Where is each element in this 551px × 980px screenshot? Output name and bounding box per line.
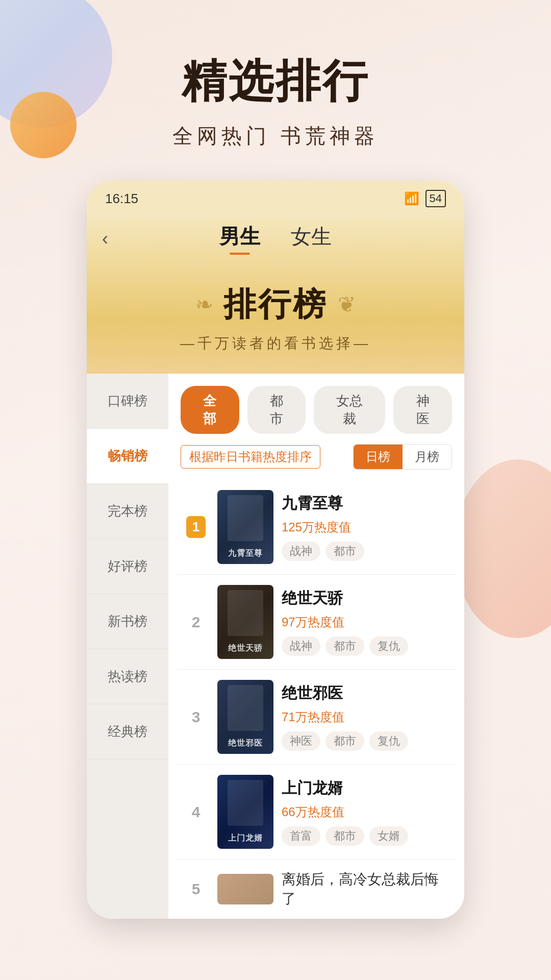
book-title-3: 绝世邪医 — [282, 683, 450, 704]
top-nav: ‹ 男生 女生 — [87, 212, 464, 267]
book-tag: 都市 — [325, 826, 364, 846]
content-area: 全部 都市 女总裁 神医 根据昨日书籍热度排序 日榜 月榜 1 — [168, 374, 464, 919]
table-row[interactable]: 5 离婚后，高冷女总裁后悔了 — [177, 860, 456, 919]
sidebar-item-changsiaobang[interactable]: 畅销榜 — [87, 429, 168, 484]
sidebar-item-koubeibang[interactable]: 口碑榜 — [87, 374, 168, 429]
rank-badge-2: 2 — [183, 614, 209, 631]
book-tag: 神医 — [282, 731, 320, 751]
hero-section: 精选排行 全网热门 书荒神器 — [0, 0, 551, 181]
book-heat-1: 125万热度值 — [282, 519, 450, 535]
filter-dushi[interactable]: 都市 — [247, 386, 306, 434]
sort-text: 根据昨日书籍热度排序 — [181, 445, 320, 469]
ranking-title-row: ❧ 排行榜 ❦ — [97, 282, 454, 327]
book-title-5: 离婚后，高冷女总裁后悔了 — [282, 870, 450, 909]
book-info-3: 绝世邪医 71万热度值 神医 都市 复仇 — [282, 683, 450, 751]
book-info-4: 上门龙婿 66万热度值 首富 都市 女婿 — [282, 778, 450, 846]
battery-indicator: 54 — [425, 190, 446, 207]
back-button[interactable]: ‹ — [102, 228, 108, 250]
book-tag: 战神 — [282, 636, 320, 656]
book-cover-1: 九霄至尊 — [217, 490, 273, 564]
book-tags-1: 战神 都市 — [282, 542, 450, 561]
tab-female[interactable]: 女生 — [291, 223, 332, 255]
filter-shenyi[interactable]: 神医 — [393, 386, 452, 434]
book-cover-5 — [217, 874, 273, 904]
rank-number-1: 1 — [186, 516, 206, 538]
book-tag: 复仇 — [369, 731, 408, 751]
phone-mockup: 16:15 📶 54 ‹ 男生 女生 ❧ 排行榜 ❦ —千万读者的看书选择— 口… — [87, 181, 464, 919]
rank-number-4: 4 — [192, 803, 201, 820]
time-display: 16:15 — [105, 191, 138, 207]
rank-badge-3: 3 — [183, 708, 209, 726]
book-cover-2: 绝世天骄 — [217, 585, 273, 659]
book-tags-3: 神医 都市 复仇 — [282, 731, 450, 751]
book-title-1: 九霄至尊 — [282, 493, 450, 514]
book-info-2: 绝世天骄 97万热度值 战神 都市 复仇 — [282, 588, 450, 656]
sidebar-item-jingdianbang[interactable]: 经典榜 — [87, 704, 168, 760]
book-heat-2: 97万热度值 — [282, 614, 450, 630]
book-heat-4: 66万热度值 — [282, 804, 450, 820]
filter-all[interactable]: 全部 — [181, 386, 239, 434]
hero-title: 精选排行 — [0, 51, 551, 112]
tab-male[interactable]: 男生 — [219, 223, 260, 255]
book-tag: 女婿 — [369, 826, 408, 846]
rank-badge-4: 4 — [183, 803, 209, 821]
filter-nvzongcai[interactable]: 女总裁 — [314, 386, 385, 434]
ranking-title: 排行榜 — [223, 282, 328, 327]
rank-number-2: 2 — [192, 614, 201, 630]
book-cover-3: 绝世邪医 — [217, 680, 273, 754]
status-bar: 16:15 📶 54 — [87, 181, 464, 212]
period-tabs: 日榜 月榜 — [353, 444, 452, 470]
nav-tabs: 男生 女生 — [219, 223, 332, 255]
main-content: 口碑榜 畅销榜 完本榜 好评榜 新书榜 热读榜 经典榜 全部 都市 女总裁 神医… — [87, 374, 464, 919]
hero-subtitle: 全网热门 书荒神器 — [0, 122, 551, 150]
rank-number-3: 3 — [192, 708, 201, 725]
book-tag: 都市 — [325, 542, 364, 561]
book-tag: 战神 — [282, 542, 320, 561]
status-icons: 📶 54 — [404, 190, 446, 207]
book-tags-2: 战神 都市 复仇 — [282, 636, 450, 656]
book-tag: 复仇 — [369, 636, 408, 656]
sidebar-item-haopingbang[interactable]: 好评榜 — [87, 539, 168, 594]
rank-number-5: 5 — [183, 880, 209, 898]
book-title-4: 上门龙婿 — [282, 778, 450, 799]
wifi-icon: 📶 — [404, 191, 419, 206]
book-cover-4: 上门龙婿 — [217, 775, 273, 849]
rank-badge-1: 1 — [183, 516, 209, 538]
book-info-1: 九霄至尊 125万热度值 战神 都市 — [282, 493, 450, 561]
book-tag: 都市 — [325, 731, 364, 751]
table-row[interactable]: 1 九霄至尊 九霄至尊 125万热度值 战神 都市 — [177, 480, 456, 575]
sidebar-item-xinshubang[interactable]: 新书榜 — [87, 594, 168, 649]
sidebar-item-wanbenbang[interactable]: 完本榜 — [87, 484, 168, 539]
sidebar: 口碑榜 畅销榜 完本榜 好评榜 新书榜 热读榜 经典榜 — [87, 374, 168, 919]
laurel-right: ❦ — [338, 292, 356, 317]
period-monthly[interactable]: 月榜 — [403, 445, 452, 469]
sort-info: 根据昨日书籍热度排序 日榜 月榜 — [168, 444, 464, 480]
table-row[interactable]: 3 绝世邪医 绝世邪医 71万热度值 神医 都市 复仇 — [177, 670, 456, 765]
ranking-banner: ❧ 排行榜 ❦ —千万读者的看书选择— — [87, 267, 464, 374]
book-tag: 首富 — [282, 826, 320, 846]
period-daily[interactable]: 日榜 — [354, 445, 403, 469]
table-row[interactable]: 4 上门龙婿 上门龙婿 66万热度值 首富 都市 女婿 — [177, 765, 456, 860]
book-tags-4: 首富 都市 女婿 — [282, 826, 450, 846]
book-heat-3: 71万热度值 — [282, 709, 450, 725]
bg-decoration-peach — [454, 459, 551, 638]
filter-tabs: 全部 都市 女总裁 神医 — [168, 374, 464, 444]
sidebar-item-redu bang[interactable]: 热读榜 — [87, 649, 168, 704]
ranking-subtitle: —千万读者的看书选择— — [97, 334, 454, 353]
laurel-left: ❧ — [195, 292, 213, 317]
book-tag: 都市 — [325, 636, 364, 656]
book-list: 1 九霄至尊 九霄至尊 125万热度值 战神 都市 — [168, 480, 464, 919]
table-row[interactable]: 2 绝世天骄 绝世天骄 97万热度值 战神 都市 复仇 — [177, 575, 456, 670]
book-title-2: 绝世天骄 — [282, 588, 450, 609]
